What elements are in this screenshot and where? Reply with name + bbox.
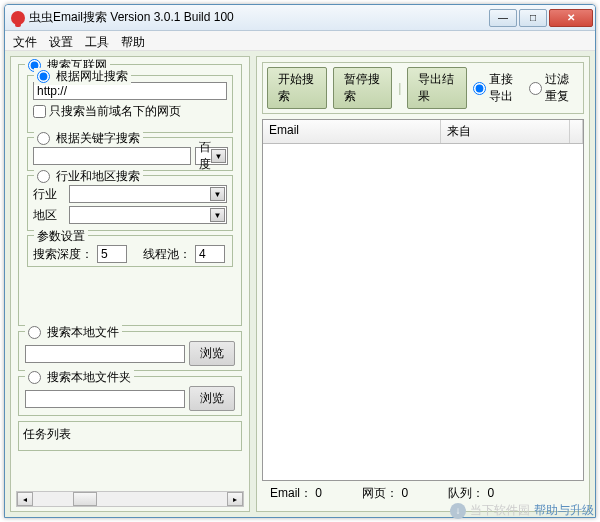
app-window: 虫虫Email搜索 Version 3.0.1 Build 100 — □ ✕ … — [4, 4, 596, 518]
scroll-right-icon[interactable]: ▸ — [227, 492, 243, 506]
region-label: 地区 — [33, 207, 65, 224]
params-label: 参数设置 — [37, 228, 85, 245]
chevron-down-icon: ▼ — [210, 208, 225, 222]
folder-path-input[interactable] — [25, 390, 185, 408]
titlebar[interactable]: 虫虫Email搜索 Version 3.0.1 Build 100 — □ ✕ — [5, 5, 595, 31]
radio-by-industry[interactable] — [37, 170, 50, 183]
horizontal-scrollbar[interactable]: ◂ ▸ — [16, 491, 244, 507]
col-from[interactable]: 来自 — [441, 120, 570, 143]
export-button[interactable]: 导出结果 — [407, 67, 467, 109]
engine-select[interactable]: 百度 ▼ — [195, 147, 228, 165]
label-search-file: 搜索本地文件 — [47, 324, 119, 341]
label-by-keyword: 根据关键字搜索 — [56, 130, 140, 147]
window-title: 虫虫Email搜索 Version 3.0.1 Build 100 — [29, 9, 489, 26]
status-pages-label: 网页： — [362, 486, 398, 500]
group-search-file: 搜索本地文件 浏览 — [18, 331, 242, 371]
radio-search-file[interactable] — [28, 326, 41, 339]
left-panel: 搜索互联网 根据网址搜索 只搜索当前域名下的网页 — [10, 56, 250, 512]
close-button[interactable]: ✕ — [549, 9, 593, 27]
label-search-folder: 搜索本地文件夹 — [47, 369, 131, 386]
help-upgrade-link[interactable]: 帮助与升级 — [534, 502, 594, 519]
footer: ↓ 当下软件园 帮助与升级 — [450, 502, 594, 519]
maximize-button[interactable]: □ — [519, 9, 547, 27]
radio-filter-dup[interactable] — [529, 82, 542, 95]
keyword-input[interactable] — [33, 147, 191, 165]
results-table[interactable]: Email 来自 — [262, 119, 584, 481]
col-spacer — [570, 120, 583, 143]
table-header: Email 来自 — [263, 120, 583, 144]
threads-label: 线程池： — [143, 246, 191, 263]
scroll-left-icon[interactable]: ◂ — [17, 492, 33, 506]
radio-search-folder[interactable] — [28, 371, 41, 384]
region-select[interactable]: ▼ — [69, 206, 227, 224]
menu-settings[interactable]: 设置 — [49, 34, 73, 47]
chevron-down-icon: ▼ — [210, 187, 225, 201]
status-email-value: 0 — [315, 486, 322, 500]
sub-by-industry: 行业和地区搜索 行业 ▼ 地区 ▼ — [27, 175, 233, 231]
task-list-label: 任务列表 — [23, 427, 71, 441]
toolbar: 开始搜索 暂停搜索 | 导出结果 直接导出 过滤重复 — [262, 62, 584, 114]
checkbox-only-domain-label[interactable]: 只搜索当前域名下的网页 — [33, 103, 181, 120]
file-path-input[interactable] — [25, 345, 185, 363]
depth-label: 搜索深度： — [33, 246, 93, 263]
browse-file-button[interactable]: 浏览 — [189, 341, 235, 366]
label-by-url: 根据网址搜索 — [56, 68, 128, 85]
content-area: 搜索互联网 根据网址搜索 只搜索当前域名下的网页 — [5, 51, 595, 517]
group-search-internet: 搜索互联网 根据网址搜索 只搜索当前域名下的网页 — [18, 64, 242, 326]
right-panel: 开始搜索 暂停搜索 | 导出结果 直接导出 过滤重复 Email 来自 Emai… — [256, 56, 590, 512]
checkbox-only-domain[interactable] — [33, 105, 46, 118]
label-by-industry: 行业和地区搜索 — [56, 168, 140, 185]
col-email[interactable]: Email — [263, 120, 441, 143]
sub-by-keyword: 根据关键字搜索 百度 ▼ — [27, 137, 233, 171]
sub-params: 参数设置 搜索深度： 线程池： — [27, 235, 233, 267]
pause-search-button[interactable]: 暂停搜索 — [333, 67, 393, 109]
browse-folder-button[interactable]: 浏览 — [189, 386, 235, 411]
menu-file[interactable]: 文件 — [13, 34, 37, 47]
minimize-button[interactable]: — — [489, 9, 517, 27]
scroll-thumb[interactable] — [73, 492, 97, 506]
group-search-folder: 搜索本地文件夹 浏览 — [18, 376, 242, 416]
industry-label: 行业 — [33, 186, 65, 203]
menu-help[interactable]: 帮助 — [121, 34, 145, 47]
status-queue-value: 0 — [487, 486, 494, 500]
radio-filter-dup-label[interactable]: 过滤重复 — [529, 71, 579, 105]
chevron-down-icon: ▼ — [211, 149, 226, 163]
radio-direct-export[interactable] — [473, 82, 486, 95]
depth-input[interactable] — [97, 245, 127, 263]
start-search-button[interactable]: 开始搜索 — [267, 67, 327, 109]
task-list-box: 任务列表 — [18, 421, 242, 451]
threads-input[interactable] — [195, 245, 225, 263]
menu-tools[interactable]: 工具 — [85, 34, 109, 47]
radio-by-url[interactable] — [37, 70, 50, 83]
watermark-text: 当下软件园 — [470, 502, 530, 519]
download-icon: ↓ — [450, 503, 466, 519]
radio-direct-export-label[interactable]: 直接导出 — [473, 71, 523, 105]
status-queue-label: 队列： — [448, 486, 484, 500]
sub-by-url: 根据网址搜索 只搜索当前域名下的网页 — [27, 75, 233, 133]
industry-select[interactable]: ▼ — [69, 185, 227, 203]
status-pages-value: 0 — [401, 486, 408, 500]
app-icon — [11, 11, 25, 25]
menu-bar: 文件 设置 工具 帮助 — [5, 31, 595, 51]
radio-by-keyword[interactable] — [37, 132, 50, 145]
status-email-label: Email： — [270, 486, 312, 500]
